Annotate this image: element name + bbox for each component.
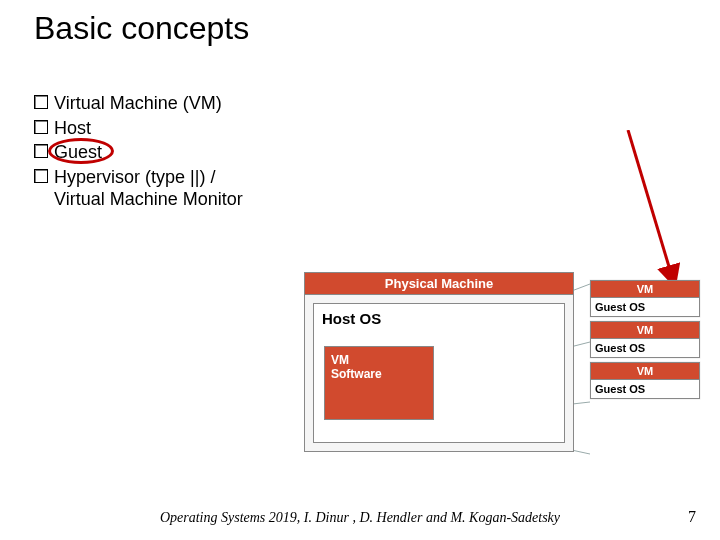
physical-machine-header: Physical Machine bbox=[305, 273, 573, 295]
vm-box: VM Guest OS bbox=[590, 280, 700, 317]
slide: Basic concepts Virtual Machine (VM) Host… bbox=[0, 0, 720, 540]
list-item: Host bbox=[34, 117, 264, 140]
vm-software-box: VM Software bbox=[324, 346, 434, 420]
checkbox-icon bbox=[34, 95, 48, 109]
host-os-box: Host OS VM Software bbox=[313, 303, 565, 443]
slide-title: Basic concepts bbox=[34, 10, 249, 47]
vm-stack: VM Guest OS VM Guest OS VM Guest OS bbox=[590, 280, 700, 403]
host-os-label: Host OS bbox=[314, 304, 564, 333]
bullet-text: Virtual Machine (VM) bbox=[54, 92, 222, 115]
vm-box-header: VM bbox=[591, 363, 699, 380]
vm-box-body: Guest OS bbox=[591, 298, 699, 316]
vm-diagram: Physical Machine Host OS VM Software VM … bbox=[304, 272, 702, 462]
vm-box-body: Guest OS bbox=[591, 339, 699, 357]
vm-software-l2: Software bbox=[331, 367, 382, 381]
bullet-text: Guest bbox=[54, 141, 102, 164]
bullet-list: Virtual Machine (VM) Host Guest Hypervis… bbox=[34, 92, 264, 213]
footer-text: Operating Systems 2019, I. Dinur , D. He… bbox=[0, 510, 720, 526]
list-item: Hypervisor (type ||) / Virtual Machine M… bbox=[34, 166, 264, 211]
list-item: Virtual Machine (VM) bbox=[34, 92, 264, 115]
vm-box: VM Guest OS bbox=[590, 321, 700, 358]
bullet-text: Hypervisor (type ||) / Virtual Machine M… bbox=[54, 166, 264, 211]
vm-box: VM Guest OS bbox=[590, 362, 700, 399]
bullet-text: Host bbox=[54, 117, 91, 140]
checkbox-icon bbox=[34, 120, 48, 134]
page-number: 7 bbox=[688, 508, 696, 526]
checkbox-icon bbox=[34, 169, 48, 183]
svg-line-0 bbox=[628, 130, 673, 280]
physical-machine-box: Physical Machine Host OS VM Software bbox=[304, 272, 574, 452]
vm-box-header: VM bbox=[591, 322, 699, 339]
checkbox-icon bbox=[34, 144, 48, 158]
annotation-arrow-icon bbox=[598, 130, 698, 290]
vm-box-body: Guest OS bbox=[591, 380, 699, 398]
vm-software-l1: VM bbox=[331, 353, 349, 367]
list-item: Guest bbox=[34, 141, 264, 164]
vm-box-header: VM bbox=[591, 281, 699, 298]
